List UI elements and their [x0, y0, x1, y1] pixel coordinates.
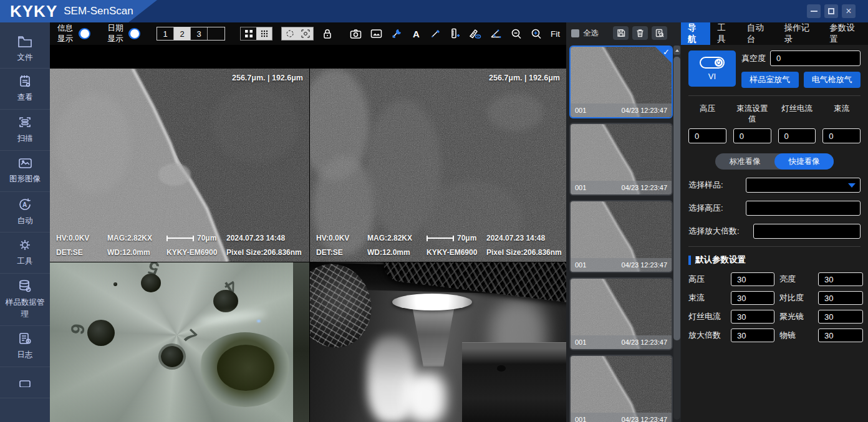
- model-readout: KYKY-EM6900: [427, 248, 486, 257]
- thumbnail-item[interactable]: ✓ 001 04/23 12:23:47: [569, 46, 673, 118]
- scale-readout: 70μm: [197, 234, 216, 242]
- sidebar-item-tools[interactable]: 工具: [0, 233, 50, 274]
- sidebar-item-images[interactable]: 图形图像: [0, 151, 50, 192]
- lock-button[interactable]: [322, 26, 332, 41]
- select-sample-dropdown[interactable]: [746, 178, 861, 193]
- vent-gun-button[interactable]: 电气枪放气: [804, 72, 861, 88]
- chamber-camera-view[interactable]: [310, 262, 566, 422]
- grid-fine-button[interactable]: [256, 27, 272, 40]
- default-mag-label: 放大倍数: [688, 330, 726, 341]
- default-condenser-input[interactable]: 30: [818, 310, 863, 324]
- thumbnail-time: 04/23 12:23:47: [622, 107, 667, 114]
- toggle-knob: [130, 29, 139, 38]
- thumbnail-item[interactable]: 001 04/23 12:23:47: [569, 355, 673, 422]
- sidebar-item-scan[interactable]: 扫描: [0, 110, 50, 151]
- quick-imaging-button[interactable]: 快捷看像: [774, 153, 834, 170]
- image-save-icon: [370, 29, 382, 39]
- sem-image-1[interactable]: 256.7μm. | 192.6μm HV:0.0KV MAG:2.82KX 7…: [50, 69, 309, 262]
- vacuum-vi-toggle[interactable]: VI: [688, 50, 736, 87]
- sidebar-item-view[interactable]: 查看: [0, 69, 50, 110]
- filament-field-label: 灯丝电流: [778, 103, 816, 125]
- preview-thumbnails-button[interactable]: [652, 26, 667, 40]
- select-mag-label: 选择放大倍数:: [688, 226, 753, 237]
- check-icon: ✓: [663, 47, 670, 57]
- sem-image-2[interactable]: 256.7μm. | 192.6μm HV:0.0KV MAG:2.82KX 7…: [310, 69, 566, 262]
- view-2-button[interactable]: 2: [174, 27, 191, 40]
- snapshot-button[interactable]: [370, 26, 382, 41]
- auto-icon: A: [18, 198, 32, 211]
- ruler-plus-icon: [450, 28, 460, 39]
- vacuum-input[interactable]: 0: [770, 50, 861, 66]
- stage-camera-view[interactable]: 5 4 6 7: [50, 262, 309, 422]
- default-mag-input[interactable]: 30: [731, 328, 774, 342]
- thumbnail-item[interactable]: 001 04/23 12:23:47: [569, 277, 673, 350]
- dashed-frame-button[interactable]: [282, 27, 297, 40]
- text-annotation-button[interactable]: A: [412, 26, 422, 41]
- standard-imaging-button[interactable]: 标准看像: [715, 153, 774, 170]
- sem-info-overlay: HV:0.0KV MAG:2.82KX 70μm 2024.07.23 14:4…: [316, 234, 562, 257]
- hv-readout: HV:0.0KV: [316, 234, 367, 242]
- image-tools-button[interactable]: [391, 26, 403, 41]
- view-3-button[interactable]: 3: [191, 27, 208, 40]
- default-params-grid: 高压 30 亮度 30 束流 30 对比度 30 灯丝电流 30 聚光镜 30 …: [688, 272, 861, 342]
- sidebar-item-partial[interactable]: [0, 367, 50, 398]
- info-display-toggle[interactable]: [79, 28, 90, 39]
- default-beam-input[interactable]: 30: [731, 291, 774, 305]
- thumbnail-item[interactable]: 001 04/23 12:23:47: [569, 200, 673, 273]
- tab-tools[interactable]: 工具: [710, 22, 740, 45]
- thumbnail-scroll-up-button[interactable]: [673, 46, 680, 55]
- corner-frame-button[interactable]: [297, 27, 313, 40]
- detector-readout: DET:SE: [56, 248, 107, 257]
- sidebar-item-auto[interactable]: A 自动: [0, 192, 50, 233]
- minimize-button[interactable]: [807, 4, 821, 18]
- chamber-wall: [293, 262, 309, 422]
- select-mag-input[interactable]: [753, 224, 861, 239]
- zoom-in-button[interactable]: [531, 26, 542, 41]
- default-contrast-input[interactable]: 30: [818, 291, 863, 305]
- beam-set-field-input[interactable]: 0: [733, 128, 771, 143]
- tab-auto-stage[interactable]: 自动台: [740, 22, 778, 45]
- angle-icon: [490, 29, 502, 39]
- vent-chamber-button[interactable]: 样品室放气: [741, 72, 799, 88]
- vi-toggle-switch[interactable]: [700, 57, 725, 69]
- sidebar-item-files[interactable]: 文件: [0, 22, 50, 69]
- select-hv-input[interactable]: [746, 201, 861, 216]
- select-sample-row: 选择样品:: [688, 178, 861, 193]
- filament-field-input[interactable]: 0: [778, 128, 816, 143]
- capture-button[interactable]: [350, 26, 362, 41]
- ruler-measure-button[interactable]: [450, 26, 460, 41]
- view-4-button[interactable]: [208, 27, 224, 40]
- delete-thumbnails-button[interactable]: [632, 26, 648, 40]
- default-hv-input[interactable]: 30: [731, 272, 774, 286]
- app-title: SEM-SenScan: [64, 5, 133, 17]
- chevron-up-icon: [675, 49, 679, 52]
- default-brightness-input[interactable]: 30: [818, 272, 863, 286]
- date-display-toggle[interactable]: [128, 28, 140, 39]
- zoom-out-button[interactable]: [511, 26, 522, 41]
- select-mag-row: 选择放大倍数:: [688, 224, 861, 239]
- sidebar-item-log[interactable]: 日志: [0, 326, 50, 367]
- thumbnail-scrollbar-thumb[interactable]: [673, 57, 680, 340]
- close-button[interactable]: ×: [842, 4, 856, 18]
- maximize-button[interactable]: [824, 4, 838, 18]
- wrench-icon: [391, 28, 403, 39]
- tab-navigation[interactable]: 导航: [681, 22, 710, 45]
- select-all-checkbox[interactable]: [571, 29, 579, 37]
- save-thumbnails-button[interactable]: [613, 26, 629, 40]
- measure-view-button[interactable]: [469, 26, 481, 41]
- draw-annotation-button[interactable]: [430, 26, 441, 41]
- sidebar-item-sample-data[interactable]: 样品数据管理: [0, 274, 50, 326]
- default-filament-input[interactable]: 30: [731, 310, 774, 324]
- angle-measure-button[interactable]: [490, 26, 502, 41]
- fit-button[interactable]: Fit: [551, 29, 560, 39]
- tab-parameter-settings[interactable]: 参数设置: [822, 22, 868, 45]
- sidebar: 文件 查看 扫描 图形图像 A 自动 工具 样品数据管理 日志: [0, 22, 50, 422]
- thumbnail-item[interactable]: 001 04/23 12:23:47: [569, 123, 673, 196]
- tab-operation-log[interactable]: 操作记录: [778, 22, 823, 45]
- default-objective-input[interactable]: 30: [818, 328, 863, 342]
- hv-field-input[interactable]: 0: [688, 128, 726, 143]
- grid-coarse-button[interactable]: [241, 27, 256, 40]
- beam-field-input[interactable]: 0: [822, 128, 861, 143]
- view-1-button[interactable]: 1: [157, 27, 174, 40]
- divider: [688, 95, 861, 96]
